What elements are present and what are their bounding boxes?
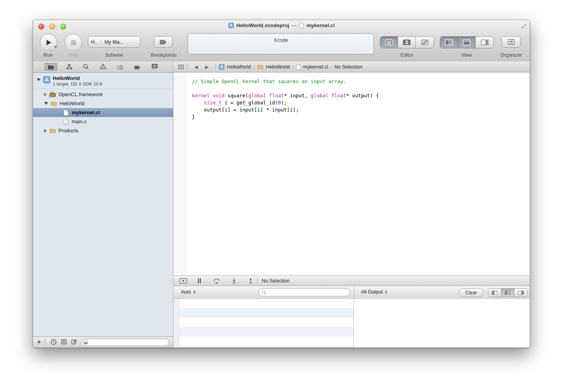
output-dropdown-arrows: ▲▼ — [385, 290, 387, 294]
source-editor[interactable]: // Simple OpenCL kernel that squares an … — [174, 72, 530, 275]
variables-search-input[interactable] — [266, 289, 350, 295]
standard-editor-icon — [385, 39, 393, 45]
breadcrumb: HelloWorld›HelloWorld›mykernel.cl›No Sel… — [219, 64, 362, 70]
project-navigator-tab[interactable] — [44, 63, 58, 71]
assistant-editor-button[interactable] — [398, 37, 416, 48]
code-line: } — [192, 113, 526, 121]
tree-item-mykernel-cl[interactable]: mykernel.cl — [33, 108, 173, 117]
fullscreen-icon[interactable]: ⤢ — [522, 23, 526, 30]
tree-item-opencl-framework[interactable]: OpenCL.framework — [33, 90, 173, 99]
scheme-destination[interactable]: My Ma... — [102, 39, 126, 45]
debug-bar: No Selection — [174, 275, 530, 286]
project-disclosure[interactable] — [37, 78, 41, 81]
toggle-navigator-button[interactable] — [440, 37, 458, 48]
run-button[interactable] — [40, 34, 57, 51]
recent-files-icon[interactable] — [50, 339, 57, 345]
toggle-debug-area-button[interactable] — [458, 37, 476, 48]
breadcrumb-label: HelloWorld — [227, 64, 251, 70]
window-title-project: HelloWorld.xcodeproj — [236, 22, 289, 28]
back-button[interactable]: ◀ — [191, 64, 201, 70]
console-only-button[interactable] — [514, 289, 527, 297]
version-editor-button[interactable] — [416, 37, 434, 48]
unsaved-files-icon[interactable] — [71, 339, 77, 345]
search-navigator-tab[interactable] — [83, 63, 89, 71]
step-into-button[interactable] — [231, 278, 237, 284]
clear-console-button[interactable]: Clear — [459, 288, 484, 297]
debugbar-divider — [257, 278, 258, 284]
variables-scope-dropdown[interactable]: Auto ▲▼ — [181, 289, 196, 295]
breadcrumb-label: No Selection — [335, 64, 363, 70]
step-out-button[interactable] — [248, 278, 253, 284]
activity-text: Xcode — [188, 37, 374, 43]
utilities-panel-icon — [481, 39, 489, 45]
tree-item-main-c[interactable]: .cmain.c — [33, 117, 173, 126]
framework-icon — [49, 92, 56, 97]
run-dropdown-arrow[interactable] — [54, 46, 57, 48]
hide-debug-area-button[interactable] — [179, 278, 187, 284]
version-editor-icon — [421, 39, 429, 45]
stop-button[interactable] — [65, 34, 82, 51]
variables-search-field[interactable] — [259, 288, 350, 296]
breadcrumb-separator: › — [253, 64, 255, 70]
scheme-target[interactable]: H.. — [88, 39, 100, 45]
debug-no-selection: No Selection — [262, 278, 290, 284]
step-over-button[interactable] — [213, 278, 220, 284]
folder-icon — [257, 64, 264, 69]
breadcrumb-label: HelloWorld — [266, 64, 290, 70]
code-line: kernel void square(global float* input, … — [192, 92, 526, 99]
debug-navigator-icon — [117, 65, 123, 70]
scope-dropdown-arrows: ▲▼ — [193, 290, 196, 294]
split-view-button[interactable] — [501, 289, 514, 297]
svg-text:.c: .c — [64, 121, 67, 124]
variables-only-button[interactable] — [488, 289, 501, 297]
file-icon — [296, 64, 301, 70]
navigator-panel-icon — [445, 39, 453, 45]
symbol-navigator-tab[interactable] — [66, 64, 73, 71]
tree-item-label: Products — [58, 128, 78, 134]
console-view[interactable] — [354, 299, 530, 347]
filter-input[interactable] — [88, 339, 169, 346]
forward-button[interactable]: ▶ — [201, 64, 212, 70]
project-name: HelloWorld — [53, 75, 80, 81]
breakpoints-button[interactable] — [154, 36, 173, 48]
breadcrumb-separator: › — [292, 64, 294, 70]
disclosure-triangle[interactable] — [44, 93, 47, 97]
breadcrumb-item[interactable]: HelloWorld — [219, 64, 251, 70]
organizer-label: Organizer — [496, 52, 526, 58]
variables-view[interactable] — [174, 299, 354, 347]
jumpbar-divider-2 — [215, 64, 216, 70]
pause-button[interactable] — [197, 278, 201, 283]
disclosure-triangle[interactable] — [44, 102, 48, 105]
output-filter-dropdown[interactable]: All Output ▲▼ — [361, 289, 387, 295]
breadcrumb-item[interactable]: No Selection — [335, 64, 363, 70]
scm-status-icon[interactable] — [61, 339, 67, 345]
navigator-filter-field[interactable] — [81, 338, 169, 346]
debug-navigator-tab[interactable] — [117, 64, 123, 71]
organizer-button[interactable] — [502, 36, 521, 48]
code-lines: // Simple OpenCL kernel that squares an … — [192, 78, 526, 121]
disclosure-triangle[interactable] — [44, 129, 47, 133]
add-icon[interactable]: + — [37, 338, 41, 346]
issue-navigator-tab[interactable] — [100, 63, 106, 71]
tree-item-helloworld[interactable]: HelloWorld — [33, 99, 173, 108]
breadcrumb-item[interactable]: mykernel.cl — [296, 64, 328, 70]
log-navigator-icon — [151, 63, 158, 70]
navigator-tree: HelloWorld 1 target, OS X SDK 10.8 OpenC… — [33, 72, 173, 336]
scheme-selector[interactable]: H.. › My Ma... — [88, 36, 140, 48]
jumpbar-divider — [187, 64, 188, 70]
tree-item-products[interactable]: Products — [33, 126, 173, 135]
log-navigator-tab[interactable] — [151, 63, 158, 71]
editor-mode-control — [380, 36, 434, 48]
project-row[interactable]: HelloWorld 1 target, OS X SDK 10.8 — [33, 74, 173, 89]
related-items-icon[interactable] — [178, 65, 184, 69]
breakpoint-navigator-tab[interactable] — [134, 64, 141, 71]
toggle-utilities-button[interactable] — [476, 37, 493, 48]
debug-area — [174, 299, 530, 347]
filterbar-divider — [45, 338, 45, 346]
standard-editor-button[interactable] — [380, 37, 398, 48]
tree-item-label: HelloWorld — [60, 100, 84, 106]
breakpoint-gutter[interactable] — [174, 72, 186, 275]
breadcrumb-item[interactable]: HelloWorld — [257, 64, 290, 70]
stop-icon — [71, 40, 76, 45]
window-content: HelloWorld 1 target, OS X SDK 10.8 OpenC… — [33, 61, 530, 347]
